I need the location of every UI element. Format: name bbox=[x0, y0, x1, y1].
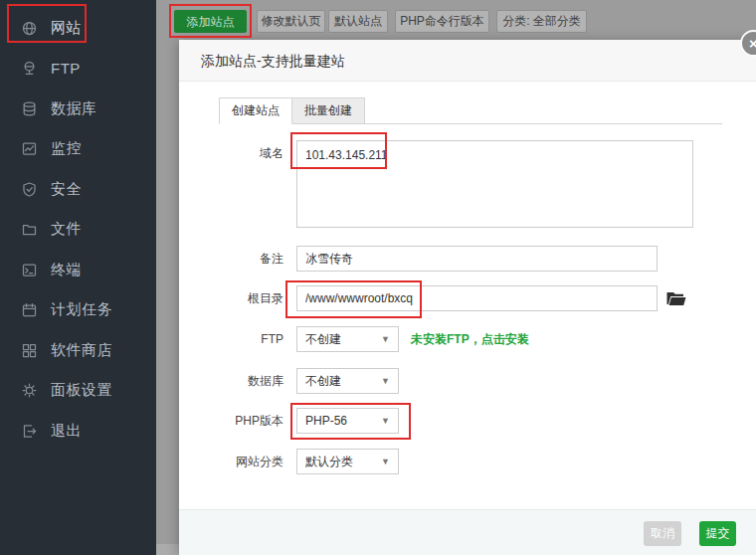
sidebar-item-label: 网站 bbox=[51, 19, 82, 38]
php-version-select-value: PHP-56 bbox=[305, 414, 347, 428]
add-site-dialog: 添加站点-支持批量建站 创建站点 批量创建 域名 101.43.145.211 … bbox=[179, 40, 756, 555]
domain-textarea[interactable]: 101.43.145.211 bbox=[296, 140, 693, 228]
sidebar-menu: 网站 FTP 数据库 监控 安全 bbox=[0, 8, 156, 452]
sidebar-item-label: 监控 bbox=[51, 139, 82, 158]
database-select-value: 不创建 bbox=[305, 373, 341, 390]
root-dir-row: 根目录 bbox=[219, 285, 688, 311]
sidebar-item-website[interactable]: 网站 bbox=[0, 8, 156, 49]
calendar-icon bbox=[20, 301, 38, 319]
gear-icon bbox=[20, 382, 38, 400]
chevron-down-icon: ▼ bbox=[381, 376, 390, 386]
tab-batch-create[interactable]: 批量创建 bbox=[292, 97, 365, 124]
domain-label: 域名 bbox=[219, 140, 284, 228]
site-category-label: 网站分类 bbox=[219, 449, 284, 474]
default-site-button[interactable]: 默认站点 bbox=[328, 10, 388, 33]
database-row: 数据库 不创建 ▼ bbox=[219, 368, 399, 394]
sidebar-item-terminal[interactable]: 终端 bbox=[0, 250, 156, 290]
dialog-tabs: 创建站点 批量创建 bbox=[219, 97, 722, 124]
category-filter-dropdown[interactable]: 分类: 全部分类▼ bbox=[496, 10, 587, 33]
php-cli-version-button[interactable]: PHP命令行版本 bbox=[395, 10, 489, 33]
sidebar-item-cron[interactable]: 计划任务 bbox=[0, 290, 156, 331]
database-icon bbox=[20, 99, 38, 117]
grid-icon bbox=[20, 341, 38, 359]
cancel-button[interactable]: 取消 bbox=[644, 521, 681, 546]
globe-icon bbox=[20, 19, 38, 37]
site-category-select-value: 默认分类 bbox=[305, 454, 353, 470]
add-site-button[interactable]: 添加站点 bbox=[174, 10, 247, 33]
note-row: 备注 bbox=[219, 246, 658, 272]
ftp-select[interactable]: 不创建 ▼ bbox=[296, 326, 399, 352]
sidebar-item-label: 文件 bbox=[51, 220, 82, 239]
sidebar-item-ftp[interactable]: FTP bbox=[0, 49, 156, 90]
ftp-install-link[interactable]: 未安装FTP，点击安装 bbox=[411, 326, 529, 352]
ftp-row: FTP 不创建 ▼ 未安装FTP，点击安装 bbox=[219, 326, 529, 352]
php-version-label: PHP版本 bbox=[219, 408, 284, 434]
browse-folder-icon[interactable] bbox=[666, 285, 688, 311]
root-dir-label: 根目录 bbox=[219, 285, 284, 311]
database-label: 数据库 bbox=[219, 368, 284, 394]
shield-icon bbox=[20, 180, 38, 198]
sidebar-item-security[interactable]: 安全 bbox=[0, 169, 156, 210]
sidebar-item-label: 软件商店 bbox=[51, 341, 112, 360]
sidebar-item-label: 安全 bbox=[51, 180, 82, 199]
sidebar-item-database[interactable]: 数据库 bbox=[0, 89, 156, 129]
php-version-select[interactable]: PHP-56 ▼ bbox=[296, 408, 399, 434]
monitor-icon bbox=[20, 140, 38, 158]
sidebar-item-label: 退出 bbox=[51, 422, 82, 441]
folder-icon bbox=[20, 221, 38, 239]
ftp-icon bbox=[20, 60, 38, 78]
terminal-icon bbox=[20, 261, 38, 278]
dialog-footer: 取消 提交 bbox=[179, 509, 756, 555]
category-filter-label: 分类: 全部分类 bbox=[502, 14, 581, 28]
sidebar-item-label: 数据库 bbox=[51, 99, 97, 118]
sidebar: 网站 FTP 数据库 监控 安全 bbox=[0, 0, 156, 555]
sidebar-item-monitor[interactable]: 监控 bbox=[0, 129, 156, 170]
ftp-select-value: 不创建 bbox=[305, 331, 341, 348]
database-select[interactable]: 不创建 ▼ bbox=[296, 368, 399, 394]
note-label: 备注 bbox=[219, 246, 284, 272]
sidebar-item-appstore[interactable]: 软件商店 bbox=[0, 330, 156, 371]
logout-icon bbox=[20, 422, 38, 440]
php-version-row: PHP版本 PHP-56 ▼ bbox=[219, 408, 399, 434]
sidebar-item-label: 终端 bbox=[51, 261, 82, 279]
chevron-down-icon: ▼ bbox=[381, 334, 390, 344]
chevron-down-icon: ▼ bbox=[381, 457, 390, 466]
modify-default-page-button[interactable]: 修改默认页 bbox=[257, 10, 325, 33]
note-input[interactable] bbox=[296, 246, 658, 272]
sidebar-item-label: 计划任务 bbox=[51, 300, 112, 319]
sidebar-item-label: FTP bbox=[51, 60, 81, 77]
tab-create-site[interactable]: 创建站点 bbox=[219, 97, 292, 124]
dialog-title: 添加站点-支持批量建站 bbox=[179, 40, 756, 82]
site-category-row: 网站分类 默认分类 ▼ bbox=[219, 449, 399, 474]
sidebar-item-logout[interactable]: 退出 bbox=[0, 411, 156, 452]
sidebar-item-settings[interactable]: 面板设置 bbox=[0, 371, 156, 412]
sidebar-item-label: 面板设置 bbox=[51, 381, 112, 400]
domain-row: 域名 101.43.145.211 bbox=[219, 140, 693, 228]
submit-button[interactable]: 提交 bbox=[699, 521, 736, 546]
root-dir-input[interactable] bbox=[296, 285, 658, 311]
site-category-select[interactable]: 默认分类 ▼ bbox=[296, 449, 399, 474]
ftp-label: FTP bbox=[219, 326, 284, 352]
sidebar-item-files[interactable]: 文件 bbox=[0, 210, 156, 251]
chevron-down-icon: ▼ bbox=[381, 416, 390, 426]
